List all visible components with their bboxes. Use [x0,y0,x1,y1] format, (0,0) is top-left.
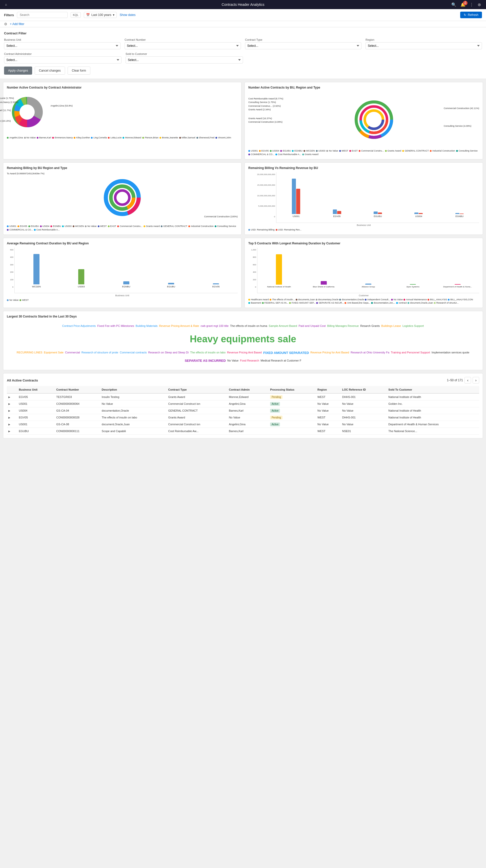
contract-filter-panel: Contract Filter Business Unit Select... … [0,27,486,79]
add-filter-button[interactable]: + Add filter [10,22,24,26]
leg3-commercial2: COMMERCIAL & CO... [7,228,33,231]
region-select[interactable]: Select... [366,42,482,49]
region-field: Region Select... [366,38,482,49]
refresh-button[interactable]: ↻ Refresh [460,12,482,18]
cell-region: WEST [316,428,341,435]
close-icon[interactable]: ⊗ [478,2,481,7]
col-description[interactable]: Description [100,386,167,393]
contract-type-select[interactable]: Select... [245,42,361,49]
cell-contract-num: GS-CA-04 [55,407,100,414]
show-dates-button[interactable]: Show dates [120,13,136,17]
pie1-label-barnes: Barnes,Karl (11.7%) [0,109,11,112]
bar-egv05-revenue [337,211,341,214]
clear-form-button[interactable]: Clear form [68,66,90,74]
bar-us001-billing [292,179,296,214]
cell-customer: National Institute of Health [387,393,479,401]
region-label: Region [366,38,482,41]
business-unit-select[interactable]: Select... [4,42,120,49]
expand-btn-3[interactable]: ▶ [8,409,10,412]
chart3-label: Ts Award (9.999997245126409e-7%) [7,172,44,175]
expand-btn-4[interactable]: ▶ [8,416,10,419]
table-body: ▶ EGV05 TESTGRID3 Insulin Testing Grants… [7,393,479,435]
kql-button[interactable]: KQL [71,12,81,18]
cancel-changes-button[interactable]: Cancel changes [35,66,65,74]
chart2-legend: US001 EGV05 US004 EGUBU EGNBU WCGEN US00… [248,150,479,156]
cell-region: No Value [316,421,341,428]
word-rev-pricing-amt: Revenue Pricing Amt Based [227,350,262,355]
word-paid: Paid and Unpaid Cost [299,323,326,329]
expand-btn-1[interactable]: ▶ [8,396,10,399]
prev-page-button[interactable]: ‹ [464,377,471,383]
expand-btn-2[interactable]: ▶ [8,403,10,405]
word-comm-contracts: Commercial contracts [120,350,147,355]
apply-changes-button[interactable]: Apply changes [4,66,32,74]
cell-admin: Barnes,Karl [227,407,269,414]
word-rev-pricing-based: Revenue Pricing for Amt Based [310,350,349,355]
word-recurring: RECURRING LINES [17,350,42,355]
leg6-annual: Annual Maintenance [403,298,427,301]
bar-egubu2 [168,283,174,284]
cell-description: The effects of insulin on labo [100,414,167,421]
search-icon[interactable]: 🔍 [451,2,456,7]
word-fixed-fee: Fixed Fee with PC Milestones [97,323,134,329]
col-region[interactable]: Region [316,386,341,393]
leg-egnbu: EGNBU [292,150,302,152]
word-insulin: The effects of insulin on huma [230,323,267,329]
bar-us004-billing [414,213,418,214]
cell-type: Cost Reimbursable Aw... [167,428,227,435]
leg-commercial2: COMMERCIAL & CO... [248,153,274,156]
expand-btn-6[interactable]: ▶ [8,430,10,433]
word-revenue-pricing: Revenue Pricing Amount & Rate [159,323,199,329]
contract-number-select[interactable]: Select... [125,42,241,49]
sold-to-customer-select[interactable]: Select... [126,56,243,63]
leg3-costreim: Cost Reimbursable A... [34,228,60,231]
leg-egubu: EGUBU [280,150,291,152]
contract-admin-select[interactable]: Select... [4,56,121,63]
chart6-title: Top 5 Contracts With Longest Remaining D… [248,242,479,245]
word-equipment-sale: Equipment Sale [44,350,64,355]
cell-status: Active [269,407,316,414]
notification-icon[interactable]: 🔔 4 [460,2,465,7]
chart6-bars: National Institute of Health Blue Shield… [257,248,479,293]
cell-bu: US001 [18,421,55,428]
chart1-legend: Angelini,Gina No Value Barnes,Karl Emmer… [7,136,238,139]
cell-loc: No Value [341,407,387,414]
word-cwb: cwb grant mgt 100 title [201,323,229,329]
filter-settings-row: ⚙ + Add filter [0,21,486,27]
more-icon[interactable]: ⋮ [469,2,474,7]
chart-avg-duration: Average Remaining Contract Duration by B… [3,238,241,308]
col-contract-num[interactable]: Contract Number [55,386,100,393]
expand-btn-5[interactable]: ▶ [8,423,10,426]
chart2-left-labels: Cost Reimbursable Award (8.77%) Consulti… [248,97,283,124]
col-status[interactable]: Processing Status [269,386,316,393]
leg3-us001: US001 [7,225,17,227]
word-heavy-equipment: Heavy equipments sale [9,331,477,348]
contract-number-field: Contract Number Select... [125,38,241,49]
leg3-wcgen: WCGEN [73,225,84,227]
col-loc[interactable]: LOC Reference ID [341,386,387,393]
col-type[interactable]: Contract Type [167,386,227,393]
date-range-selector[interactable]: 📅 Last 100 years ▾ [84,12,117,18]
settings-icon[interactable]: ⚙ [4,22,7,26]
next-page-button[interactable]: › [473,377,479,383]
chart5-bars: WCGEN US003 EGNBU EGUBU [14,248,238,293]
bar-national [276,254,282,285]
chart3-title: Remaining Billing by BU Region and Type [7,166,238,170]
col-customer[interactable]: Sold To Customer [387,386,479,393]
leg6-docoracle2: document,Oracle,Juan [407,302,433,304]
col-bu[interactable]: Business Unit [18,386,55,393]
leg6-federal: FEDERAL SEP AS IN... [262,302,288,304]
pie1-label-emmerson: Emmerson,Nancy (2.92%) [0,101,19,103]
legend-sherwood: Sherwood,Fred [196,136,215,139]
cell-region: WEST [316,414,341,421]
bar-egubu-billing [374,212,378,214]
word-contract-price: Contract Price Adjustments [62,323,96,329]
cell-type: GENERAL CONTRACT [167,407,227,414]
search-input[interactable] [17,12,68,18]
cell-status [269,428,316,435]
cell-contract-num: CON00000000111 [55,428,100,435]
cell-description: Insulin Testing [100,393,167,401]
home-icon[interactable]: ⌂ [5,3,7,6]
cell-admin: Barnes,Karl [227,428,269,435]
col-admin[interactable]: Contract Admin [227,386,269,393]
